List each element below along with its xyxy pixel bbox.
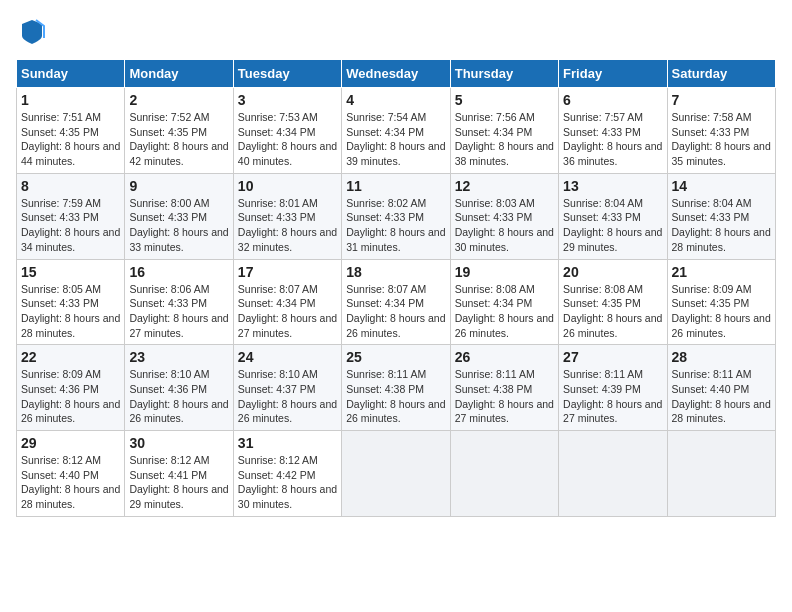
logo-icon bbox=[18, 16, 46, 44]
day-info: Sunrise: 7:56 AMSunset: 4:34 PMDaylight:… bbox=[455, 110, 554, 169]
day-number: 8 bbox=[21, 178, 120, 194]
day-number: 7 bbox=[672, 92, 771, 108]
day-info: Sunrise: 8:10 AMSunset: 4:37 PMDaylight:… bbox=[238, 367, 337, 426]
day-info: Sunrise: 8:08 AMSunset: 4:35 PMDaylight:… bbox=[563, 282, 662, 341]
calendar-cell: 22Sunrise: 8:09 AMSunset: 4:36 PMDayligh… bbox=[17, 345, 125, 431]
calendar-cell: 31Sunrise: 8:12 AMSunset: 4:42 PMDayligh… bbox=[233, 431, 341, 517]
calendar-cell bbox=[342, 431, 450, 517]
calendar-header-row: SundayMondayTuesdayWednesdayThursdayFrid… bbox=[17, 60, 776, 88]
day-info: Sunrise: 8:07 AMSunset: 4:34 PMDaylight:… bbox=[238, 282, 337, 341]
day-header-monday: Monday bbox=[125, 60, 233, 88]
day-number: 27 bbox=[563, 349, 662, 365]
calendar-cell: 3Sunrise: 7:53 AMSunset: 4:34 PMDaylight… bbox=[233, 88, 341, 174]
day-info: Sunrise: 8:09 AMSunset: 4:36 PMDaylight:… bbox=[21, 367, 120, 426]
calendar-cell: 9Sunrise: 8:00 AMSunset: 4:33 PMDaylight… bbox=[125, 173, 233, 259]
calendar-cell: 20Sunrise: 8:08 AMSunset: 4:35 PMDayligh… bbox=[559, 259, 667, 345]
day-number: 20 bbox=[563, 264, 662, 280]
calendar-cell: 10Sunrise: 8:01 AMSunset: 4:33 PMDayligh… bbox=[233, 173, 341, 259]
day-number: 2 bbox=[129, 92, 228, 108]
day-number: 25 bbox=[346, 349, 445, 365]
day-info: Sunrise: 8:12 AMSunset: 4:42 PMDaylight:… bbox=[238, 453, 337, 512]
calendar-week-4: 22Sunrise: 8:09 AMSunset: 4:36 PMDayligh… bbox=[17, 345, 776, 431]
calendar-week-1: 1Sunrise: 7:51 AMSunset: 4:35 PMDaylight… bbox=[17, 88, 776, 174]
day-number: 16 bbox=[129, 264, 228, 280]
calendar-cell: 15Sunrise: 8:05 AMSunset: 4:33 PMDayligh… bbox=[17, 259, 125, 345]
day-header-sunday: Sunday bbox=[17, 60, 125, 88]
calendar-cell: 14Sunrise: 8:04 AMSunset: 4:33 PMDayligh… bbox=[667, 173, 775, 259]
calendar-cell: 13Sunrise: 8:04 AMSunset: 4:33 PMDayligh… bbox=[559, 173, 667, 259]
day-number: 23 bbox=[129, 349, 228, 365]
day-info: Sunrise: 8:11 AMSunset: 4:38 PMDaylight:… bbox=[346, 367, 445, 426]
day-number: 30 bbox=[129, 435, 228, 451]
calendar-cell bbox=[667, 431, 775, 517]
logo bbox=[16, 16, 46, 49]
day-number: 24 bbox=[238, 349, 337, 365]
calendar-cell: 30Sunrise: 8:12 AMSunset: 4:41 PMDayligh… bbox=[125, 431, 233, 517]
day-info: Sunrise: 8:08 AMSunset: 4:34 PMDaylight:… bbox=[455, 282, 554, 341]
day-number: 15 bbox=[21, 264, 120, 280]
day-header-friday: Friday bbox=[559, 60, 667, 88]
day-info: Sunrise: 7:53 AMSunset: 4:34 PMDaylight:… bbox=[238, 110, 337, 169]
day-header-wednesday: Wednesday bbox=[342, 60, 450, 88]
day-info: Sunrise: 8:07 AMSunset: 4:34 PMDaylight:… bbox=[346, 282, 445, 341]
day-number: 14 bbox=[672, 178, 771, 194]
day-number: 9 bbox=[129, 178, 228, 194]
calendar-cell: 4Sunrise: 7:54 AMSunset: 4:34 PMDaylight… bbox=[342, 88, 450, 174]
day-number: 21 bbox=[672, 264, 771, 280]
day-info: Sunrise: 8:04 AMSunset: 4:33 PMDaylight:… bbox=[563, 196, 662, 255]
day-number: 4 bbox=[346, 92, 445, 108]
calendar-cell: 24Sunrise: 8:10 AMSunset: 4:37 PMDayligh… bbox=[233, 345, 341, 431]
calendar-cell: 17Sunrise: 8:07 AMSunset: 4:34 PMDayligh… bbox=[233, 259, 341, 345]
day-info: Sunrise: 7:51 AMSunset: 4:35 PMDaylight:… bbox=[21, 110, 120, 169]
day-number: 19 bbox=[455, 264, 554, 280]
day-header-tuesday: Tuesday bbox=[233, 60, 341, 88]
day-info: Sunrise: 7:58 AMSunset: 4:33 PMDaylight:… bbox=[672, 110, 771, 169]
calendar-cell: 28Sunrise: 8:11 AMSunset: 4:40 PMDayligh… bbox=[667, 345, 775, 431]
day-info: Sunrise: 8:02 AMSunset: 4:33 PMDaylight:… bbox=[346, 196, 445, 255]
calendar-cell: 27Sunrise: 8:11 AMSunset: 4:39 PMDayligh… bbox=[559, 345, 667, 431]
day-number: 13 bbox=[563, 178, 662, 194]
calendar-cell: 1Sunrise: 7:51 AMSunset: 4:35 PMDaylight… bbox=[17, 88, 125, 174]
day-info: Sunrise: 8:00 AMSunset: 4:33 PMDaylight:… bbox=[129, 196, 228, 255]
calendar-body: 1Sunrise: 7:51 AMSunset: 4:35 PMDaylight… bbox=[17, 88, 776, 517]
day-number: 12 bbox=[455, 178, 554, 194]
day-info: Sunrise: 8:05 AMSunset: 4:33 PMDaylight:… bbox=[21, 282, 120, 341]
calendar-cell bbox=[559, 431, 667, 517]
day-number: 3 bbox=[238, 92, 337, 108]
day-number: 29 bbox=[21, 435, 120, 451]
calendar-cell bbox=[450, 431, 558, 517]
day-info: Sunrise: 8:06 AMSunset: 4:33 PMDaylight:… bbox=[129, 282, 228, 341]
calendar-cell: 2Sunrise: 7:52 AMSunset: 4:35 PMDaylight… bbox=[125, 88, 233, 174]
header bbox=[16, 16, 776, 49]
day-info: Sunrise: 8:12 AMSunset: 4:41 PMDaylight:… bbox=[129, 453, 228, 512]
day-number: 6 bbox=[563, 92, 662, 108]
calendar-cell: 11Sunrise: 8:02 AMSunset: 4:33 PMDayligh… bbox=[342, 173, 450, 259]
day-info: Sunrise: 7:59 AMSunset: 4:33 PMDaylight:… bbox=[21, 196, 120, 255]
calendar-cell: 29Sunrise: 8:12 AMSunset: 4:40 PMDayligh… bbox=[17, 431, 125, 517]
day-number: 17 bbox=[238, 264, 337, 280]
day-header-thursday: Thursday bbox=[450, 60, 558, 88]
day-number: 26 bbox=[455, 349, 554, 365]
day-info: Sunrise: 8:12 AMSunset: 4:40 PMDaylight:… bbox=[21, 453, 120, 512]
calendar: SundayMondayTuesdayWednesdayThursdayFrid… bbox=[16, 59, 776, 517]
day-info: Sunrise: 7:54 AMSunset: 4:34 PMDaylight:… bbox=[346, 110, 445, 169]
day-info: Sunrise: 8:11 AMSunset: 4:40 PMDaylight:… bbox=[672, 367, 771, 426]
calendar-cell: 7Sunrise: 7:58 AMSunset: 4:33 PMDaylight… bbox=[667, 88, 775, 174]
calendar-cell: 23Sunrise: 8:10 AMSunset: 4:36 PMDayligh… bbox=[125, 345, 233, 431]
day-number: 18 bbox=[346, 264, 445, 280]
day-info: Sunrise: 7:57 AMSunset: 4:33 PMDaylight:… bbox=[563, 110, 662, 169]
calendar-cell: 18Sunrise: 8:07 AMSunset: 4:34 PMDayligh… bbox=[342, 259, 450, 345]
calendar-cell: 19Sunrise: 8:08 AMSunset: 4:34 PMDayligh… bbox=[450, 259, 558, 345]
calendar-week-5: 29Sunrise: 8:12 AMSunset: 4:40 PMDayligh… bbox=[17, 431, 776, 517]
calendar-week-3: 15Sunrise: 8:05 AMSunset: 4:33 PMDayligh… bbox=[17, 259, 776, 345]
day-number: 10 bbox=[238, 178, 337, 194]
calendar-cell: 8Sunrise: 7:59 AMSunset: 4:33 PMDaylight… bbox=[17, 173, 125, 259]
day-number: 22 bbox=[21, 349, 120, 365]
calendar-cell: 26Sunrise: 8:11 AMSunset: 4:38 PMDayligh… bbox=[450, 345, 558, 431]
day-info: Sunrise: 8:11 AMSunset: 4:39 PMDaylight:… bbox=[563, 367, 662, 426]
day-info: Sunrise: 8:10 AMSunset: 4:36 PMDaylight:… bbox=[129, 367, 228, 426]
day-header-saturday: Saturday bbox=[667, 60, 775, 88]
day-info: Sunrise: 8:01 AMSunset: 4:33 PMDaylight:… bbox=[238, 196, 337, 255]
calendar-cell: 12Sunrise: 8:03 AMSunset: 4:33 PMDayligh… bbox=[450, 173, 558, 259]
day-info: Sunrise: 8:03 AMSunset: 4:33 PMDaylight:… bbox=[455, 196, 554, 255]
